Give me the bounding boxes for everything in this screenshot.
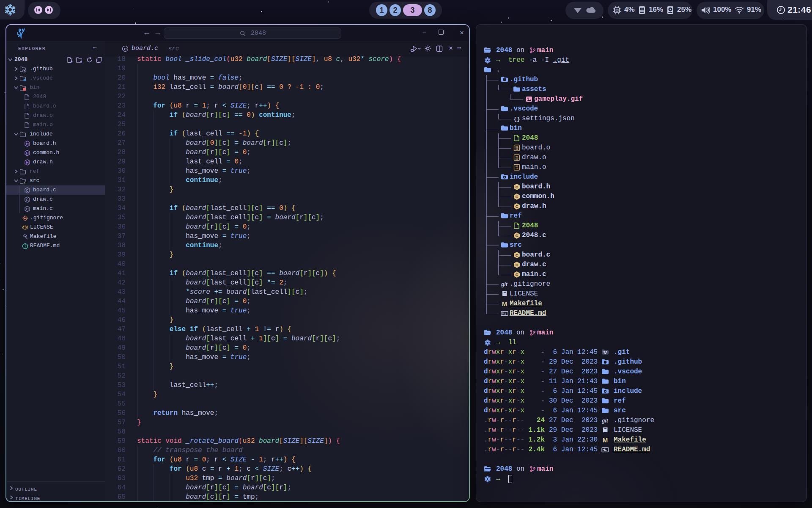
svg-text:C: C xyxy=(516,253,518,257)
svg-text:C: C xyxy=(516,204,518,209)
svg-text:10: 10 xyxy=(516,157,518,160)
svg-text:H: H xyxy=(26,151,28,155)
svg-text:C: C xyxy=(516,273,518,277)
svg-text:C: C xyxy=(26,198,28,202)
svg-text:C: C xyxy=(516,185,518,189)
svg-text:C: C xyxy=(516,263,518,267)
svg-text:ƒ: ƒ xyxy=(23,181,25,184)
svg-text:{}: {} xyxy=(513,116,520,122)
svg-text:C: C xyxy=(516,195,518,199)
svg-text:C: C xyxy=(516,234,518,238)
svg-text:C: C xyxy=(26,188,28,193)
svg-text:M: M xyxy=(502,300,508,307)
svg-text:M: M xyxy=(603,436,608,443)
svg-text:H: H xyxy=(26,160,28,165)
svg-text:H: H xyxy=(26,142,28,146)
svg-text:10: 10 xyxy=(516,167,518,170)
svg-text:10: 10 xyxy=(516,148,518,151)
svg-text:git: git xyxy=(601,418,609,424)
svg-text:C: C xyxy=(124,47,127,51)
svg-text:git: git xyxy=(501,282,508,287)
svg-text:C: C xyxy=(26,207,28,211)
